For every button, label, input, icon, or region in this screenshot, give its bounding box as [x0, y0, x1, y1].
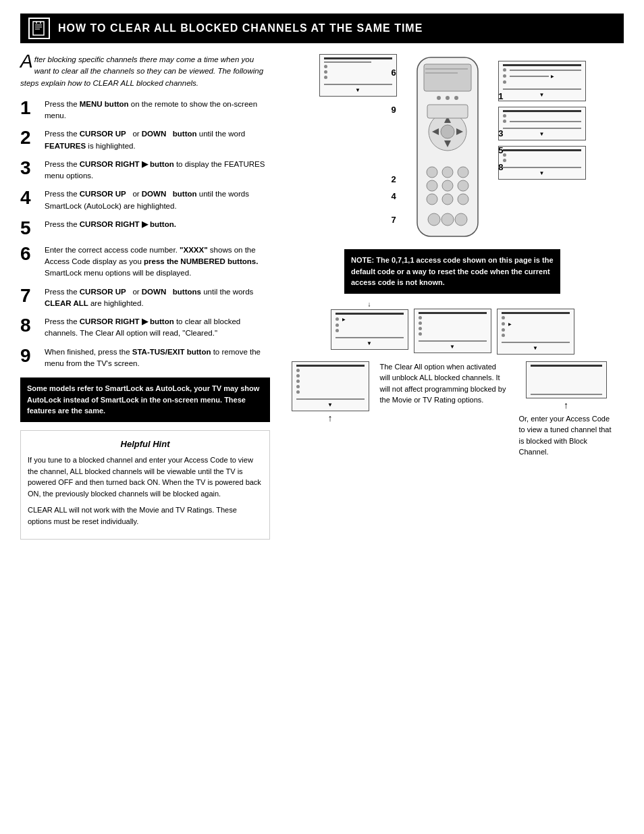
note-box: NOTE: The 0,7,1,1 access code shown on t…	[344, 249, 560, 294]
step-7: 7 Press the CURSOR UP or DOWN buttons un…	[20, 286, 270, 310]
step-text-6: Enter the correct access code number. "X…	[45, 244, 270, 280]
svg-point-28	[454, 96, 458, 100]
screen-d-group: ↓ ▶ ▼	[331, 301, 408, 350]
screen-f-group: ▶ ▼	[497, 301, 574, 355]
svg-point-16	[458, 167, 468, 178]
right-column: ▼ 6 9 1 3 5 8 2 4 7	[281, 54, 624, 540]
step-text-8: Press the CURSOR RIGHT ▶ button to clear…	[45, 316, 270, 340]
remote-label-7: 7	[392, 215, 396, 225]
step-number-2: 2	[20, 128, 41, 147]
step-number-1: 1	[20, 99, 41, 118]
smartlock-note: Some models refer to SmartLock as AutoLo…	[20, 377, 270, 422]
screen-g-group: ▼ ↑	[292, 361, 369, 458]
intro-paragraph: After blocking specific channels there m…	[20, 54, 270, 89]
remote-label-6: 6	[392, 68, 396, 78]
screen-box-1: ▼	[319, 54, 397, 97]
step-text-5: Press the CURSOR RIGHT ▶ button.	[45, 219, 176, 230]
svg-rect-29	[427, 105, 468, 118]
remote-label-8: 8	[498, 162, 503, 172]
caption-right-text: Or, enter your Access Code to view a tun…	[519, 413, 614, 458]
step-text-4: Press the CURSOR UP or DOWN button until…	[45, 188, 270, 212]
screen-box-f: ▶ ▼	[497, 309, 574, 355]
svg-point-13	[441, 125, 454, 138]
notepad-icon	[32, 21, 47, 36]
header-bar: How to Clear All Blocked Channels at the…	[20, 14, 624, 43]
drop-cap: A	[20, 54, 33, 69]
remote-label-2: 2	[392, 174, 396, 184]
svg-point-18	[442, 180, 453, 191]
svg-point-19	[458, 180, 468, 191]
steps-list: 1 Press the MENU button on the remote to…	[20, 99, 270, 369]
svg-point-27	[446, 96, 450, 100]
step-number-6: 6	[20, 244, 41, 263]
step-number-7: 7	[20, 286, 41, 305]
screen-e-group: ▼	[414, 301, 491, 353]
right-screens-col: ▶ ▼	[498, 61, 586, 180]
remote-label-3: 3	[498, 128, 503, 138]
remote-label-1: 1	[498, 91, 503, 101]
svg-point-23	[428, 213, 440, 226]
helpful-hint-p2: CLEAR ALL will not work with the Movie a…	[28, 504, 263, 527]
remote-label-9: 9	[392, 105, 396, 115]
svg-rect-7	[424, 64, 471, 91]
main-layout: After blocking specific channels there m…	[20, 54, 624, 540]
step-1: 1 Press the MENU button on the remote to…	[20, 99, 270, 122]
step-text-3: Press the CURSOR RIGHT ▶ button to displ…	[45, 159, 270, 182]
caption-left-text: The Clear All option when activated will…	[380, 361, 508, 406]
header-icon	[28, 18, 50, 39]
bottom-screens-row: ↓ ▶ ▼	[281, 301, 624, 355]
helpful-hint-p1: If you tune to a blocked channel and ent…	[28, 454, 263, 499]
svg-point-26	[437, 96, 441, 100]
screen-box-d: ▶ ▼	[331, 309, 408, 350]
svg-point-21	[442, 194, 453, 205]
step-3: 3 Press the CURSOR RIGHT ▶ button to dis…	[20, 159, 270, 182]
top-screens-left: ▼	[319, 54, 397, 97]
step-5: 5 Press the CURSOR RIGHT ▶ button.	[20, 219, 270, 238]
svg-point-15	[442, 167, 453, 178]
screen-box-e: ▼	[414, 309, 491, 353]
step-text-7: Press the CURSOR UP or DOWN buttons unti…	[45, 286, 270, 310]
step-8: 8 Press the CURSOR RIGHT ▶ button to cle…	[20, 316, 270, 340]
remote-diagram: 6 9 1 3 5 8 2 4 7	[404, 54, 491, 245]
remote-label-5: 5	[498, 145, 503, 155]
step-6: 6 Enter the correct access code number. …	[20, 244, 270, 280]
helpful-hint-text: If you tune to a blocked channel and ent…	[28, 454, 263, 527]
step-number-3: 3	[20, 159, 41, 178]
step-number-5: 5	[20, 219, 41, 238]
screen-box-g: ▼	[292, 361, 369, 411]
step-9: 9 When finished, press the STA-TUS/EXIT …	[20, 346, 270, 370]
screen-box-c: ▼	[498, 146, 586, 180]
svg-point-24	[441, 213, 454, 226]
step-text-9: When finished, press the STA-TUS/EXIT bu…	[45, 346, 270, 370]
step-2: 2 Press the CURSOR UP or DOWN button unt…	[20, 128, 270, 152]
step-number-4: 4	[20, 188, 41, 207]
svg-point-14	[427, 167, 437, 178]
intro-text: fter blocking specific channels there ma…	[20, 55, 263, 87]
caption-left: The Clear All option when activated will…	[380, 361, 508, 458]
helpful-hint-title: Helpful Hint	[28, 438, 263, 451]
screen-box-a: ▶ ▼	[498, 61, 586, 101]
svg-point-22	[458, 194, 468, 205]
left-column: After blocking specific channels there m…	[20, 54, 270, 540]
step-number-9: 9	[20, 346, 41, 365]
step-number-8: 8	[20, 316, 41, 335]
screen-box-h	[526, 361, 607, 398]
step-text-2: Press the CURSOR UP or DOWN button until…	[45, 128, 270, 152]
svg-point-17	[427, 180, 437, 191]
screen-box-b: ▼	[498, 107, 586, 140]
step-text-1: Press the MENU button on the remote to s…	[45, 99, 270, 122]
page-title: How to Clear All Blocked Channels at the…	[58, 22, 423, 34]
remote-label-4: 4	[392, 191, 396, 201]
svg-point-20	[427, 194, 437, 205]
helpful-hint-box: Helpful Hint If you tune to a blocked ch…	[20, 430, 270, 540]
screen-h-group: ↑ Or, enter your Access Code to view a t…	[519, 361, 614, 458]
svg-point-25	[455, 213, 467, 226]
step-4: 4 Press the CURSOR UP or DOWN button unt…	[20, 188, 270, 212]
bottom-final-row: ▼ ↑ The Clear All option when activated …	[281, 361, 624, 458]
svg-rect-0	[33, 22, 44, 35]
remote-svg	[404, 54, 491, 243]
